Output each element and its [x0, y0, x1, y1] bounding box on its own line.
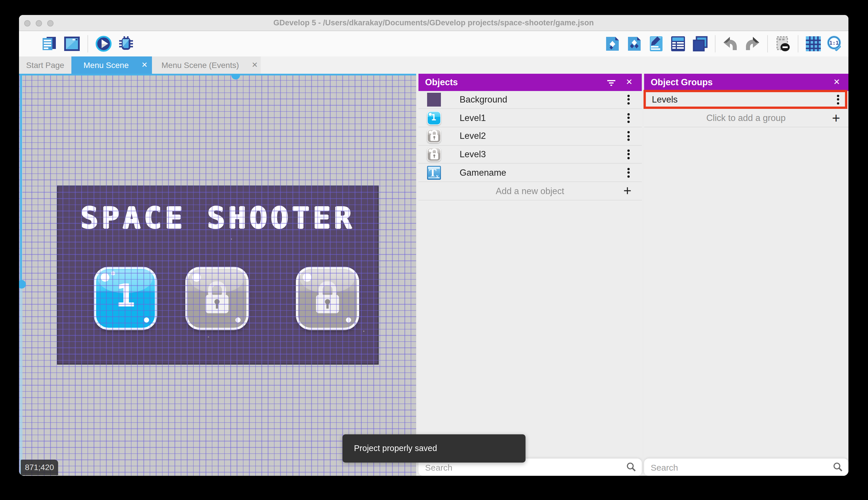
toolbar: 1:1 [19, 31, 848, 56]
close-panel-icon[interactable]: ✕ [833, 77, 840, 86]
level2-object-icon [427, 129, 441, 143]
toolbar-right: 1:1 [603, 35, 844, 53]
object-menu-icon[interactable] [627, 168, 630, 178]
objects-panel-title: Objects [425, 77, 458, 87]
screen: GDevelop 5 - /Users/dkarakay/Documents/G… [0, 0, 868, 500]
toolbar-separator [767, 35, 767, 53]
object-row-background[interactable]: Background [418, 91, 642, 109]
add-group-plus-icon[interactable]: + [832, 111, 840, 125]
zoom-1-1-icon[interactable]: 1:1 [826, 35, 844, 53]
level2-button-locked [185, 267, 248, 330]
object-groups-panel-title: Object Groups [651, 77, 713, 87]
tab-menu-scene[interactable]: Menu Scene ✕ [71, 56, 152, 73]
lock-icon [312, 280, 344, 316]
level3-button-locked [296, 267, 359, 330]
groups-search-input[interactable] [651, 458, 794, 476]
object-row-level1[interactable]: 1 Level1 [418, 109, 642, 127]
object-groups-panel-header: Object Groups ✕ [644, 73, 848, 91]
redo-icon[interactable] [743, 35, 761, 53]
play-icon[interactable] [95, 35, 112, 53]
close-panel-icon[interactable]: ✕ [626, 77, 633, 86]
background-object-icon [427, 93, 441, 106]
properties-icon[interactable] [669, 35, 687, 53]
gdevelop-window: GDevelop 5 - /Users/dkarakay/Documents/G… [19, 15, 848, 476]
toolbar-left [41, 35, 135, 53]
tab-strip: Start Page Menu Scene ✕ Menu Scene (Even… [19, 56, 848, 73]
selection-handle-left[interactable] [19, 280, 26, 288]
svg-text:1:1: 1:1 [829, 40, 838, 46]
close-tab-icon[interactable]: ✕ [251, 61, 258, 69]
object-row-gamename[interactable]: Tx Gamename [418, 164, 642, 182]
add-group-row[interactable]: Click to add a group + [644, 109, 848, 127]
object-menu-icon[interactable] [627, 149, 630, 159]
lock-icon [201, 280, 233, 316]
level1-object-icon: 1 [427, 111, 441, 125]
cursor-coordinates: 871;420 [21, 459, 58, 475]
preview-window-icon[interactable] [63, 35, 81, 53]
game-scene-preview: SPACE SHOOTER 1 [58, 186, 378, 363]
export-object-icon[interactable] [603, 35, 621, 53]
project-manager-icon[interactable] [41, 35, 58, 53]
save-toast: Project properly saved [342, 434, 526, 462]
toolbar-separator [87, 35, 88, 53]
object-row-level3[interactable]: Level3 [418, 146, 642, 163]
debug-icon[interactable] [117, 35, 135, 53]
object-groups-icon[interactable] [625, 35, 643, 53]
objects-panel-header: Objects ✕ [418, 73, 642, 91]
close-tab-icon[interactable]: ✕ [141, 61, 148, 69]
object-menu-icon[interactable] [627, 95, 630, 104]
selection-handle-top[interactable] [231, 73, 240, 79]
level1-button: 1 [94, 267, 157, 330]
titlebar: GDevelop 5 - /Users/dkarakay/Documents/G… [19, 15, 848, 31]
selection-top-edge [19, 73, 416, 75]
annotation-highlight-box [643, 90, 847, 109]
toast-message: Project properly saved [354, 434, 437, 462]
toolbar-separator [797, 35, 798, 53]
add-object-plus-icon[interactable]: + [623, 184, 631, 198]
edit-scene-icon[interactable] [647, 35, 665, 53]
object-row-level2[interactable]: Level2 [418, 127, 642, 146]
level3-object-icon [427, 147, 441, 161]
object-groups-panel: Object Groups ✕ Levels Click to add a gr… [644, 73, 848, 476]
tab-start-page[interactable]: Start Page [19, 56, 71, 73]
layers-icon[interactable] [691, 35, 708, 53]
mask-icon[interactable] [774, 35, 791, 53]
scene-editor-canvas[interactable]: SPACE SHOOTER 1 [19, 73, 416, 476]
search-icon [833, 462, 842, 472]
toolbar-separator [715, 35, 715, 53]
selection-left-edge [20, 73, 22, 284]
groups-search [644, 458, 848, 476]
window-title: GDevelop 5 - /Users/dkarakay/Documents/G… [19, 15, 848, 31]
filter-icon[interactable] [606, 77, 617, 87]
add-object-row[interactable]: Add a new object + [418, 182, 642, 200]
object-menu-icon[interactable] [627, 131, 630, 141]
scene-title-text: SPACE SHOOTER [58, 201, 378, 235]
grid-icon[interactable] [805, 35, 822, 53]
undo-icon[interactable] [722, 35, 739, 53]
object-menu-icon[interactable] [627, 113, 630, 123]
objects-panel: Objects ✕ Background 1 Level1 [418, 73, 642, 476]
search-icon [626, 462, 636, 472]
text-object-icon: Tx [427, 166, 441, 180]
tab-menu-scene-events[interactable]: Menu Scene (Events) ✕ [152, 56, 260, 73]
